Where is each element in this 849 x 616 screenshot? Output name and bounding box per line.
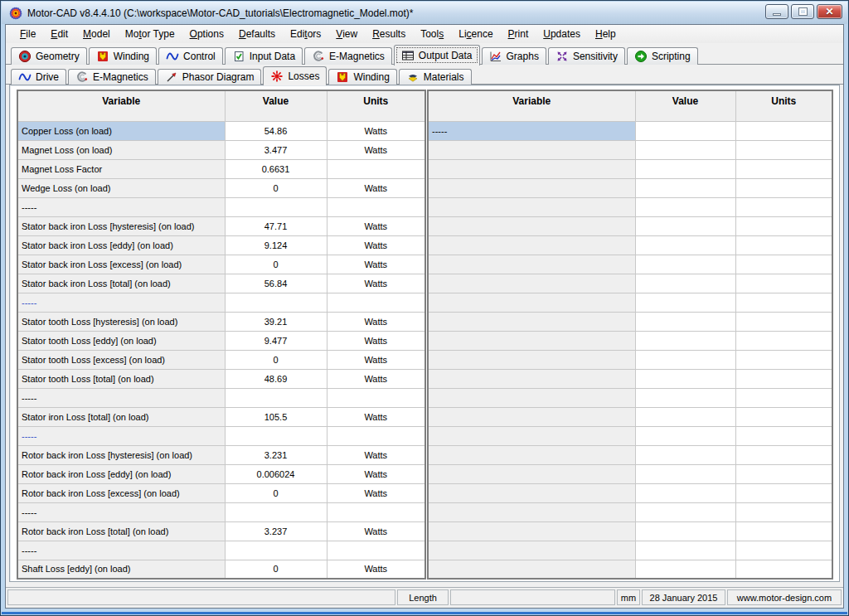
table-row[interactable]	[428, 388, 832, 407]
table-row[interactable]: Shaft Loss [eddy] (on load) 0 Watts	[17, 560, 425, 579]
value-cell[interactable]	[635, 274, 735, 293]
variable-cell[interactable]	[428, 560, 635, 579]
variable-cell[interactable]	[428, 178, 635, 197]
variable-cell[interactable]: Stator tooth Loss [hysteresis] (on load)	[17, 312, 225, 331]
table-row[interactable]: -----	[17, 502, 425, 521]
table-row[interactable]	[428, 541, 832, 560]
value-cell[interactable]: 0	[225, 255, 327, 274]
table-row[interactable]: Stator tooth Loss [eddy] (on load) 9.477…	[17, 331, 425, 350]
value-cell[interactable]	[225, 426, 327, 445]
table-row[interactable]	[428, 293, 832, 312]
menu-item[interactable]: Model	[75, 27, 118, 41]
table-row[interactable]	[428, 312, 832, 331]
value-cell[interactable]: 0	[225, 560, 327, 579]
tab-winding[interactable]: Winding	[89, 47, 157, 65]
variable-cell[interactable]: -----	[17, 541, 225, 560]
menu-item[interactable]: Motor Type	[118, 27, 182, 41]
value-cell[interactable]	[635, 483, 735, 502]
variable-cell[interactable]: -----	[17, 426, 225, 445]
table-row[interactable]: Rotor back iron Loss [eddy] (on load) 0.…	[17, 464, 425, 483]
variable-cell[interactable]: -----	[17, 197, 225, 216]
value-cell[interactable]	[635, 350, 735, 369]
value-cell[interactable]	[635, 331, 735, 350]
variable-cell[interactable]: -----	[17, 388, 225, 407]
variable-cell[interactable]	[428, 293, 635, 312]
value-cell[interactable]: 0	[225, 483, 327, 502]
table-row[interactable]: Rotor back iron Loss [hysteresis] (on lo…	[17, 445, 425, 464]
tab-input-data[interactable]: Input Data	[225, 47, 303, 65]
variable-cell[interactable]: -----	[17, 502, 225, 521]
maximize-button[interactable]	[791, 4, 814, 19]
table-row[interactable]: Stator tooth Loss [excess] (on load) 0 W…	[17, 350, 425, 369]
value-cell[interactable]	[225, 541, 327, 560]
variable-cell[interactable]: Stator tooth Loss [excess] (on load)	[17, 350, 225, 369]
value-cell[interactable]: 9.477	[225, 331, 327, 350]
menu-item[interactable]: Updates	[536, 27, 588, 41]
table-row[interactable]	[428, 502, 832, 521]
table-row[interactable]	[428, 483, 832, 502]
table-row[interactable]	[428, 350, 832, 369]
table-row[interactable]: -----	[17, 426, 425, 445]
variable-cell[interactable]	[428, 407, 635, 426]
close-button[interactable]: ✕	[817, 4, 842, 19]
value-cell[interactable]: 54.86	[225, 121, 327, 140]
table-row[interactable]: -----	[17, 293, 425, 312]
table-row[interactable]: Stator tooth Loss [total] (on load) 48.6…	[17, 369, 425, 388]
menu-item[interactable]: Options	[182, 27, 231, 41]
tab-geometry[interactable]: Geometry	[11, 47, 87, 65]
variable-cell[interactable]	[428, 426, 635, 445]
table-row[interactable]: Copper Loss (on load) 54.86 Watts	[17, 121, 425, 140]
value-cell[interactable]	[635, 560, 735, 579]
value-cell[interactable]: 39.21	[225, 312, 327, 331]
table-row[interactable]: Rotor back iron Loss [total] (on load) 3…	[17, 521, 425, 541]
menu-item[interactable]: Tools	[413, 27, 451, 41]
menu-item[interactable]: View	[328, 27, 365, 41]
variable-cell[interactable]: Shaft Loss [eddy] (on load)	[17, 560, 225, 579]
subtab-materials[interactable]: Materials	[399, 69, 472, 85]
table-row[interactable]	[428, 274, 832, 293]
value-cell[interactable]	[225, 388, 327, 407]
variable-cell[interactable]: Stator iron Loss [total] (on load)	[17, 407, 225, 426]
value-cell[interactable]	[635, 312, 735, 331]
value-cell[interactable]	[635, 140, 735, 159]
value-cell[interactable]	[635, 121, 735, 140]
table-row[interactable]: -----	[428, 121, 832, 140]
table-row[interactable]	[428, 407, 832, 426]
subtab-phasor-diagram[interactable]: Phasor Diagram	[158, 69, 262, 85]
variable-cell[interactable]: Stator back iron Loss [total] (on load)	[17, 274, 225, 293]
variable-cell[interactable]	[428, 483, 635, 502]
value-cell[interactable]	[635, 541, 735, 560]
variable-cell[interactable]	[428, 159, 635, 178]
table-row[interactable]: Magnet Loss (on load) 3.477 Watts	[17, 140, 425, 159]
variable-cell[interactable]	[428, 331, 635, 350]
table-row[interactable]	[428, 369, 832, 388]
table-row[interactable]	[428, 235, 832, 255]
menu-item[interactable]: Defaults	[231, 27, 283, 41]
value-cell[interactable]	[635, 235, 735, 255]
tab-control[interactable]: Control	[158, 47, 223, 65]
variable-cell[interactable]	[428, 197, 635, 216]
table-row[interactable]	[428, 140, 832, 159]
variable-cell[interactable]	[428, 350, 635, 369]
value-cell[interactable]: 3.477	[225, 140, 327, 159]
variable-cell[interactable]: Rotor back iron Loss [total] (on load)	[17, 521, 225, 541]
table-row[interactable]	[428, 197, 832, 216]
variable-cell[interactable]	[428, 274, 635, 293]
value-cell[interactable]: 0	[225, 350, 327, 369]
value-cell[interactable]	[635, 197, 735, 216]
value-cell[interactable]	[225, 197, 327, 216]
value-cell[interactable]	[225, 293, 327, 312]
variable-cell[interactable]	[428, 521, 635, 541]
variable-cell[interactable]: Copper Loss (on load)	[17, 121, 225, 140]
variable-cell[interactable]: Stator back iron Loss [hysteresis] (on l…	[17, 216, 225, 235]
subtab-emagnetics[interactable]: E-Magnetics	[68, 69, 156, 85]
table-row[interactable]: Stator back iron Loss [eddy] (on load) 9…	[17, 235, 425, 255]
variable-cell[interactable]: Stator back iron Loss [eddy] (on load)	[17, 235, 225, 255]
menu-item[interactable]: Editors	[283, 27, 328, 41]
table-row[interactable]: Rotor back iron Loss [excess] (on load) …	[17, 483, 425, 502]
tab-output-data[interactable]: Output Data	[394, 45, 480, 65]
subtab-losses[interactable]: Losses	[263, 66, 327, 85]
value-cell[interactable]	[635, 369, 735, 388]
table-row[interactable]: Stator back iron Loss [hysteresis] (on l…	[17, 216, 425, 235]
value-cell[interactable]: 3.231	[225, 445, 327, 464]
